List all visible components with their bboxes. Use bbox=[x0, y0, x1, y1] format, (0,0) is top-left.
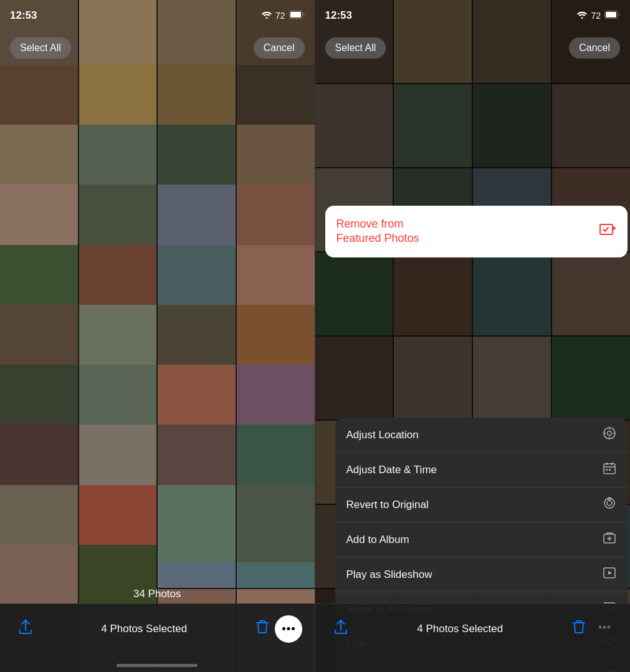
revert-to-original-icon bbox=[603, 496, 616, 513]
svg-point-4 bbox=[287, 627, 290, 630]
play-as-slideshow-icon bbox=[603, 566, 616, 583]
status-icons: 72 bbox=[262, 11, 305, 21]
share-button-right[interactable] bbox=[328, 614, 354, 644]
cancel-button-right[interactable]: Cancel bbox=[569, 37, 620, 59]
svg-point-3 bbox=[282, 627, 285, 630]
right-panel: 12:53 72 Select All Cancel bbox=[315, 0, 631, 672]
bottom-bar: 4 Photos Selected bbox=[0, 603, 315, 672]
svg-point-11 bbox=[608, 431, 612, 436]
photos-selected-label-right: 4 Photos Selected bbox=[354, 623, 567, 635]
wifi-icon-right bbox=[577, 11, 587, 21]
adjust-location-icon bbox=[603, 426, 616, 443]
battery-icon-right bbox=[604, 11, 620, 21]
svg-point-35 bbox=[599, 625, 602, 628]
svg-point-37 bbox=[608, 625, 611, 628]
bottom-bar-right: 4 Photos Selected bbox=[315, 603, 631, 672]
home-indicator bbox=[117, 664, 198, 667]
status-bar-right: 12:53 72 bbox=[315, 0, 631, 31]
svg-point-0 bbox=[265, 17, 267, 19]
battery-text: 72 bbox=[275, 11, 285, 21]
more-button-right[interactable] bbox=[591, 614, 618, 644]
svg-point-5 bbox=[292, 627, 295, 630]
photo-grid[interactable] bbox=[0, 65, 315, 603]
revert-to-original-button[interactable]: Revert to Original bbox=[335, 487, 628, 522]
status-time-right: 12:53 bbox=[325, 9, 352, 22]
delete-button[interactable] bbox=[250, 614, 275, 644]
adjust-date-time-icon bbox=[603, 461, 616, 478]
svg-rect-20 bbox=[606, 469, 608, 471]
svg-point-6 bbox=[581, 17, 583, 19]
svg-rect-21 bbox=[609, 469, 611, 471]
adjust-date-time-button[interactable]: Adjust Date & Time bbox=[335, 453, 628, 487]
adjust-location-button[interactable]: Adjust Location bbox=[335, 418, 628, 453]
svg-point-36 bbox=[603, 625, 606, 628]
photo-item[interactable] bbox=[237, 485, 315, 563]
status-icons-right: 72 bbox=[577, 11, 620, 21]
photo-count: 34 Photos bbox=[0, 588, 315, 600]
top-bar: Select All Cancel bbox=[0, 31, 315, 65]
top-bar-right: Select All Cancel bbox=[315, 31, 631, 65]
adjust-date-time-label: Adjust Date & Time bbox=[346, 464, 437, 476]
battery-icon bbox=[289, 11, 305, 21]
add-to-album-button[interactable]: Add to Album bbox=[335, 522, 628, 557]
svg-rect-2 bbox=[290, 12, 301, 17]
add-to-album-icon bbox=[603, 531, 616, 548]
adjust-location-label: Adjust Location bbox=[346, 429, 419, 441]
add-to-album-label: Add to Album bbox=[346, 534, 409, 546]
cancel-button[interactable]: Cancel bbox=[254, 37, 305, 59]
play-as-slideshow-label: Play as Slideshow bbox=[346, 569, 432, 581]
photo-item[interactable] bbox=[158, 485, 236, 563]
status-bar: 12:53 72 bbox=[0, 0, 315, 31]
svg-point-23 bbox=[607, 501, 612, 506]
remove-from-featured-button[interactable]: Remove fromFeatured Photos bbox=[325, 206, 628, 257]
remove-featured-icon bbox=[599, 222, 616, 241]
battery-text-right: 72 bbox=[591, 11, 601, 21]
select-all-button[interactable]: Select All bbox=[10, 37, 71, 59]
delete-button-right[interactable] bbox=[566, 614, 591, 644]
remove-featured-label: Remove fromFeatured Photos bbox=[336, 217, 419, 246]
select-all-button-right[interactable]: Select All bbox=[325, 37, 386, 59]
left-panel: 12:53 72 Select All Cancel bbox=[0, 0, 315, 672]
context-menu-container: Remove fromFeatured Photos Adjust Locati… bbox=[325, 206, 628, 264]
play-as-slideshow-button[interactable]: Play as Slideshow bbox=[335, 557, 628, 592]
wifi-icon bbox=[262, 11, 272, 21]
share-button[interactable] bbox=[12, 614, 39, 644]
revert-to-original-label: Revert to Original bbox=[346, 499, 429, 511]
photos-selected-label: 4 Photos Selected bbox=[39, 623, 250, 635]
status-time: 12:53 bbox=[10, 9, 37, 22]
svg-rect-8 bbox=[606, 12, 616, 17]
more-button[interactable] bbox=[275, 615, 302, 643]
